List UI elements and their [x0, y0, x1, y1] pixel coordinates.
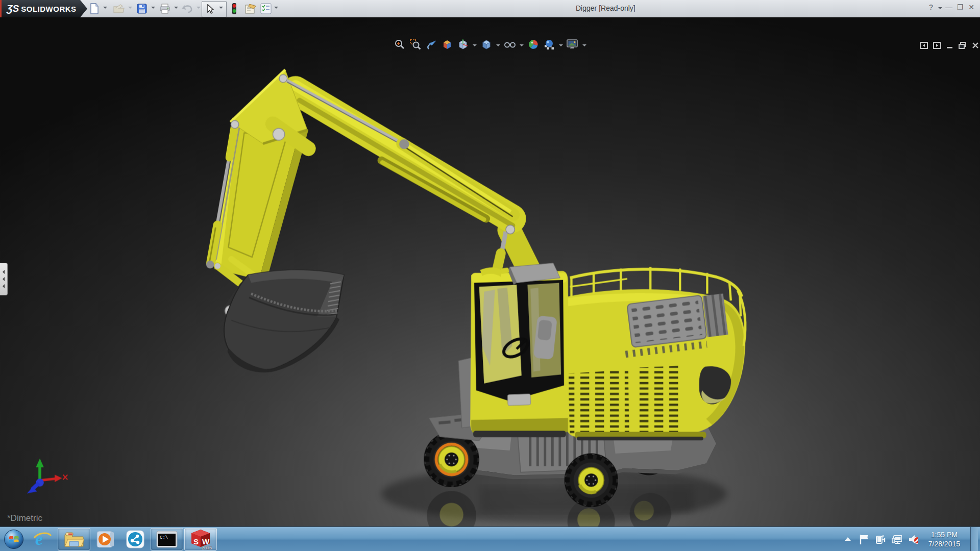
wheel-rear-left — [565, 454, 618, 507]
taskbar-internet-explorer[interactable]: e — [28, 529, 57, 550]
folder-icon — [64, 531, 84, 548]
sw-year: 2015 — [202, 545, 212, 550]
excavator-model — [0, 17, 980, 527]
checklist-icon — [260, 3, 272, 14]
select-tool-dropdown[interactable] — [219, 7, 223, 11]
flag-icon — [859, 534, 869, 545]
open-document-button[interactable] — [112, 2, 126, 16]
side-vents-left — [568, 369, 629, 435]
window-title: Digger [Read-only] — [576, 4, 635, 12]
sw-letter-s: S — [193, 537, 199, 546]
viewport-canvas[interactable]: *Dimetric — [0, 17, 980, 527]
show-hidden-icons-button[interactable] — [843, 534, 853, 545]
internet-explorer-icon: e — [32, 530, 53, 549]
print-button[interactable] — [158, 2, 172, 16]
solidworks-logo: ƷS SOLIDWORKS — [2, 0, 87, 17]
screen-left-red-edge — [0, 0, 2, 17]
taskbar-share-app[interactable] — [121, 529, 150, 550]
save-dropdown[interactable] — [151, 7, 155, 11]
triad-x-label — [63, 474, 67, 480]
design-checklist-button[interactable] — [259, 2, 273, 16]
action-center-button[interactable] — [859, 534, 869, 545]
media-player-icon — [96, 530, 115, 549]
app-minimize-button[interactable]: — — [944, 3, 953, 11]
view-orientation-label: *Dimetric — [7, 513, 42, 523]
windows-start-orb-icon — [4, 529, 24, 549]
select-tool-button[interactable] — [204, 2, 217, 16]
clock-time: 1:55 PM — [928, 530, 960, 539]
power-status-button[interactable] — [875, 534, 886, 545]
share-app-icon — [126, 530, 145, 549]
cmd-prompt-glyph: C:\_ — [160, 535, 171, 540]
help-button[interactable]: ? — [927, 3, 935, 11]
svg-text:e: e — [35, 530, 43, 548]
reference-triad — [27, 459, 67, 494]
save-button[interactable] — [135, 2, 149, 16]
design-checklist-dropdown[interactable] — [274, 7, 278, 11]
undo-arrow-icon — [182, 4, 193, 14]
new-document-icon — [89, 3, 100, 14]
solidworks-2015-icon: S W 2015 — [189, 529, 212, 550]
printer-icon — [159, 4, 170, 14]
show-desktop-button[interactable] — [970, 527, 978, 551]
open-document-dropdown[interactable] — [128, 7, 132, 11]
taskbar-solidworks[interactable]: S W 2015 — [184, 528, 217, 550]
print-dropdown[interactable] — [174, 7, 178, 11]
solidworks-logo-text: SOLIDWORKS — [21, 5, 76, 13]
taskbar-clock[interactable]: 1:55 PM 7/28/2015 — [924, 530, 964, 548]
command-prompt-icon: C:\_ — [156, 530, 178, 548]
undo-button[interactable] — [181, 2, 194, 16]
cursor-arrow-icon — [206, 4, 214, 14]
open-folder-icon — [113, 4, 125, 14]
app-close-button[interactable]: ✕ — [967, 3, 976, 11]
taskbar: e C:\_ — [0, 527, 980, 551]
note-edit-icon — [244, 3, 257, 14]
taskbar-command-prompt[interactable]: C:\_ — [151, 528, 183, 550]
start-button[interactable] — [1, 529, 27, 550]
cab — [458, 263, 569, 437]
taskbar-media-player[interactable] — [91, 529, 120, 550]
new-document-dropdown[interactable] — [103, 7, 107, 11]
solidworks-logo-mark: ƷS — [7, 3, 19, 14]
new-document-button[interactable] — [88, 2, 101, 16]
up-arrow-icon — [844, 537, 851, 542]
clock-date: 7/28/2015 — [928, 539, 960, 548]
display-states-button[interactable] — [228, 2, 241, 16]
traffic-light-icon — [231, 3, 237, 15]
machine-body — [563, 267, 745, 440]
app-restore-button[interactable]: ❐ — [955, 3, 965, 11]
power-plug-icon — [875, 534, 886, 544]
taskbar-windows-explorer[interactable] — [58, 528, 90, 550]
volume-muted-icon — [908, 534, 918, 545]
system-tray: 1:55 PM 7/28/2015 — [843, 527, 980, 551]
side-vents-right — [634, 366, 681, 434]
sw-letter-w: W — [202, 537, 210, 546]
help-dropdown[interactable] — [938, 7, 942, 11]
wheel-front-left[interactable] — [424, 432, 478, 486]
save-floppy-icon — [137, 4, 147, 14]
bucket — [224, 270, 344, 372]
comment-note-button[interactable] — [244, 2, 257, 16]
title-bar: ƷS SOLIDWORKS Digger [Read-only] ? — ❐ ✕ — [0, 0, 980, 18]
network-monitor-icon — [892, 534, 902, 544]
volume-button[interactable] — [908, 534, 918, 545]
network-status-button[interactable] — [892, 534, 902, 545]
undo-dropdown[interactable] — [197, 7, 201, 11]
